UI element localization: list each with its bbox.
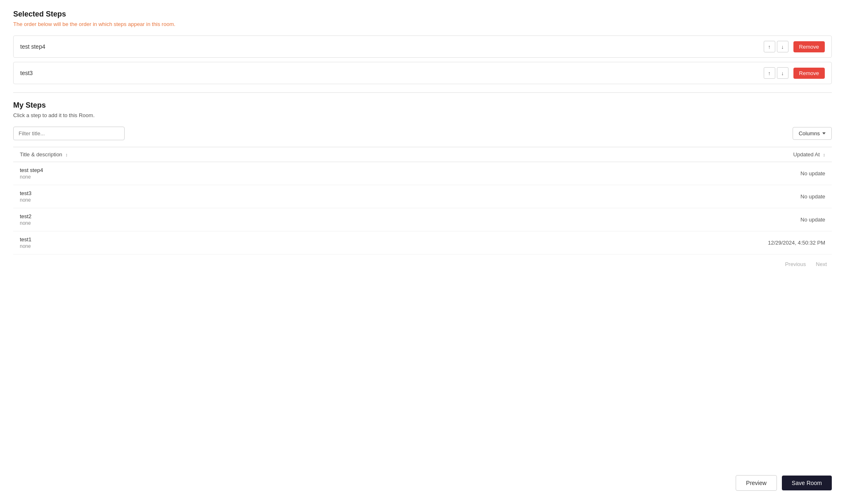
step-desc-4: none xyxy=(20,243,387,249)
bottom-actions: Preview Save Room xyxy=(736,475,832,491)
move-down-button-2[interactable]: ↓ xyxy=(777,67,788,79)
filter-row: Columns xyxy=(13,127,832,140)
my-steps-subtitle: Click a step to add it to this Room. xyxy=(13,112,832,118)
table-row-2[interactable]: test3 none No update xyxy=(13,185,832,208)
selected-step-row-1: test step4 ↑ ↓ Remove xyxy=(13,35,832,58)
preview-button[interactable]: Preview xyxy=(736,475,777,491)
chevron-down-icon xyxy=(822,132,826,134)
sort-icon-title[interactable]: ↕ xyxy=(65,152,68,157)
table-row-4[interactable]: test1 none 12/29/2024, 4:50:32 PM xyxy=(13,231,832,254)
my-steps-title: My Steps xyxy=(13,101,832,110)
filter-title-input[interactable] xyxy=(13,127,125,140)
step-name-1: test step4 xyxy=(20,167,387,173)
step-name-4: test1 xyxy=(20,236,387,243)
steps-table: Title & description ↕ Updated At ↕ test … xyxy=(13,147,832,254)
table-cell-updated-4: 12/29/2024, 4:50:32 PM xyxy=(393,231,832,254)
table-cell-title-3: test2 none xyxy=(13,208,393,231)
my-steps-section: My Steps Click a step to add it to this … xyxy=(13,101,832,269)
table-cell-updated-1: No update xyxy=(393,162,832,185)
table-header: Title & description ↕ Updated At ↕ xyxy=(13,147,832,162)
selected-step-row-2: test3 ↑ ↓ Remove xyxy=(13,62,832,84)
move-up-button-1[interactable]: ↑ xyxy=(764,41,775,52)
columns-label: Columns xyxy=(799,130,820,137)
selected-steps-section: Selected Steps The order below will be t… xyxy=(13,10,832,84)
section-divider xyxy=(13,92,832,93)
selected-step-name-1: test step4 xyxy=(20,43,764,50)
table-cell-title-1: test step4 none xyxy=(13,162,393,185)
selected-steps-title: Selected Steps xyxy=(13,10,832,19)
selected-step-name-2: test3 xyxy=(20,70,764,76)
next-button: Next xyxy=(812,259,830,269)
step-desc-3: none xyxy=(20,220,387,226)
table-cell-title-2: test3 none xyxy=(13,185,393,208)
selected-steps-subtitle: The order below will be the order in whi… xyxy=(13,21,832,27)
table-cell-updated-3: No update xyxy=(393,208,832,231)
columns-button[interactable]: Columns xyxy=(793,127,832,140)
selected-steps-list: test step4 ↑ ↓ Remove test3 ↑ ↓ Remove xyxy=(13,35,832,84)
save-room-button[interactable]: Save Room xyxy=(782,476,832,490)
step-row-actions-1: ↑ ↓ Remove xyxy=(764,41,825,52)
step-name-3: test2 xyxy=(20,213,387,219)
step-name-2: test3 xyxy=(20,190,387,196)
move-up-button-2[interactable]: ↑ xyxy=(764,67,775,79)
table-body: test step4 none No update test3 none No … xyxy=(13,162,832,254)
remove-button-1[interactable]: Remove xyxy=(793,41,825,52)
col-header-title: Title & description ↕ xyxy=(13,147,393,162)
remove-button-2[interactable]: Remove xyxy=(793,68,825,79)
step-desc-1: none xyxy=(20,174,387,180)
pagination-row: Previous Next xyxy=(13,259,832,269)
table-cell-title-4: test1 none xyxy=(13,231,393,254)
previous-button: Previous xyxy=(782,259,810,269)
col-header-updated: Updated At ↕ xyxy=(393,147,832,162)
page-container: Selected Steps The order below will be t… xyxy=(0,0,845,504)
table-cell-updated-2: No update xyxy=(393,185,832,208)
move-down-button-1[interactable]: ↓ xyxy=(777,41,788,52)
step-row-actions-2: ↑ ↓ Remove xyxy=(764,67,825,79)
sort-icon-updated[interactable]: ↕ xyxy=(823,152,826,157)
table-row-1[interactable]: test step4 none No update xyxy=(13,162,832,185)
step-desc-2: none xyxy=(20,197,387,203)
table-row-3[interactable]: test2 none No update xyxy=(13,208,832,231)
